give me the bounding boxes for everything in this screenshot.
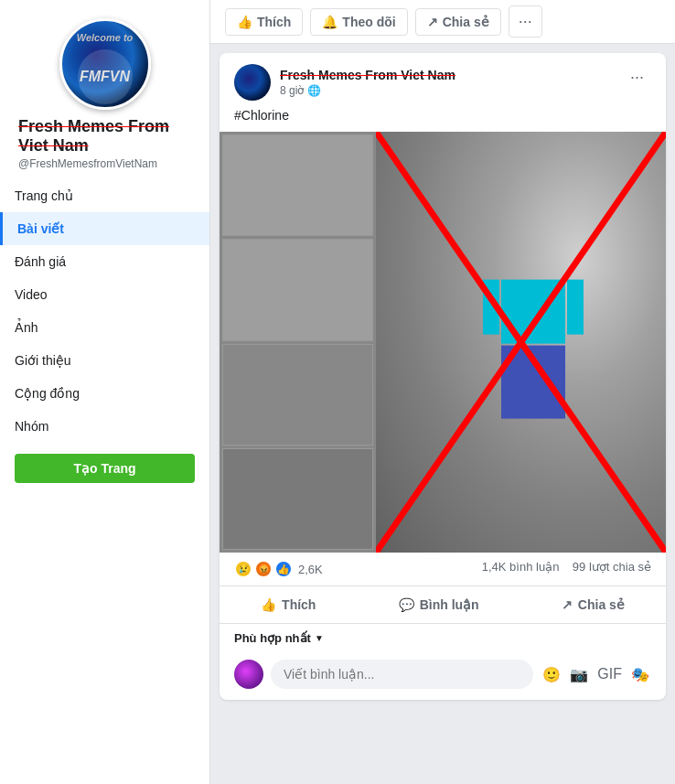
comment-input[interactable]: [271, 660, 533, 689]
welcome-text: Welcome to: [77, 32, 134, 44]
post-author-info: Fresh Memes From Viet Nam 8 giờ 🌐: [280, 68, 455, 97]
logo-text: FMFVN: [80, 69, 130, 85]
emoji-icon-button[interactable]: 🙂: [541, 664, 562, 685]
like-emoji: 👍: [274, 560, 293, 578]
post-header-left: Fresh Memes From Viet Nam 8 giờ 🌐: [234, 64, 455, 101]
fmfvn-logo: FMFVN: [78, 49, 133, 104]
comment-sort[interactable]: Phù hợp nhất ▼: [220, 624, 666, 652]
commenter-avatar: [234, 660, 263, 689]
follow-icon: 🔔: [322, 15, 338, 29]
post-actions: 👍 Thích 💬 Bình luận ↗ Chia sẻ: [220, 586, 666, 624]
post-image-container: [220, 132, 666, 553]
sidebar-item-community[interactable]: Cộng đồng: [0, 377, 209, 410]
like-action-icon: 👍: [261, 597, 276, 612]
reaction-count: 2,6K: [298, 563, 323, 576]
comment-action-icon: 💬: [399, 597, 414, 612]
page-username: @FreshMemesfromVietNam: [9, 157, 200, 170]
sidebar-item-video[interactable]: Video: [0, 278, 209, 311]
post-more-button[interactable]: ···: [623, 64, 651, 91]
comment-button[interactable]: 💬 Bình luận: [380, 590, 498, 619]
comment-input-row: 🙂 📷 GIF 🎭: [220, 652, 666, 700]
comment-icons: 🙂 📷 GIF 🎭: [541, 664, 651, 685]
thumb-3: [222, 344, 373, 446]
reaction-emojis: 😢 😡 👍 2,6K: [234, 560, 323, 578]
follow-button[interactable]: 🔔 Theo dõi: [310, 8, 407, 36]
post-author-avatar: [234, 64, 271, 101]
post-card: Fresh Memes From Viet Nam 8 giờ 🌐 ··· #C…: [220, 53, 666, 700]
comments-shares-count: 1,4K bình luận 99 lượt chia sẻ: [482, 560, 651, 578]
sidebar-item-reviews[interactable]: Đánh giá: [0, 245, 209, 278]
post-hashtag: #Chlorine: [220, 108, 666, 132]
post-main-image: [376, 132, 666, 553]
globe-icon: 🌐: [307, 84, 321, 97]
sad-emoji: 😢: [234, 560, 252, 578]
share-page-button[interactable]: ↗ Chia sẻ: [415, 8, 501, 36]
comments-count: 1,4K bình luận: [482, 560, 560, 574]
angry-emoji: 😡: [254, 560, 273, 578]
thumb-1: [222, 134, 373, 236]
gif-icon-button[interactable]: GIF: [595, 664, 624, 684]
more-options-button[interactable]: ···: [509, 5, 542, 38]
share-button[interactable]: ↗ Chia sẻ: [543, 590, 643, 619]
image-collage-left: [220, 132, 376, 553]
sidebar-item-groups[interactable]: Nhóm: [0, 410, 209, 443]
sidebar-item-photos[interactable]: Ảnh: [0, 311, 209, 344]
post-header: Fresh Memes From Viet Nam 8 giờ 🌐 ···: [220, 53, 666, 108]
post-meta: 8 giờ 🌐: [280, 84, 455, 97]
minecraft-character: [501, 280, 565, 419]
sort-chevron-icon: ▼: [315, 633, 324, 643]
sidebar: Welcome to FMFVN Fresh Memes From Viet N…: [0, 0, 210, 784]
top-bar: 👍 Thích 🔔 Theo dõi ↗ Chia sẻ ···: [210, 0, 675, 44]
create-page-button[interactable]: Tạo Trang: [15, 454, 195, 483]
photo-icon-button[interactable]: 📷: [568, 664, 590, 685]
like-page-button[interactable]: 👍 Thích: [225, 8, 303, 36]
profile-avatar: Welcome to FMFVN: [59, 18, 151, 110]
post-image-area[interactable]: [220, 132, 666, 553]
thumbs-up-icon: 👍: [237, 15, 252, 29]
sticker-icon-button[interactable]: 🎭: [629, 664, 651, 685]
sidebar-item-posts[interactable]: Bài viết: [0, 212, 209, 245]
sidebar-item-about[interactable]: Giới thiệu: [0, 344, 209, 377]
main-content: 👍 Thích 🔔 Theo dõi ↗ Chia sẻ ··· Fresh M…: [210, 0, 675, 784]
share-action-icon: ↗: [562, 597, 573, 612]
sidebar-item-home[interactable]: Trang chủ: [0, 179, 209, 212]
post-author-name[interactable]: Fresh Memes From Viet Nam: [280, 68, 455, 82]
minecraft-torso: [501, 280, 565, 344]
minecraft-arm-right: [567, 280, 584, 335]
minecraft-lower-body: [501, 346, 565, 419]
sidebar-nav: Trang chủ Bài viết Đánh giá Video Ảnh Gi…: [0, 179, 209, 443]
post-reactions-row: 😢 😡 👍 2,6K 1,4K bình luận 99 lượt chia s…: [220, 553, 666, 586]
sidebar-profile: Welcome to FMFVN Fresh Memes From Viet N…: [0, 9, 209, 170]
minecraft-arm-left: [483, 280, 499, 335]
like-button[interactable]: 👍 Thích: [242, 590, 334, 619]
page-name[interactable]: Fresh Memes From Viet Nam: [9, 117, 200, 156]
thumb-4: [222, 448, 373, 550]
thumb-2: [222, 239, 373, 340]
share-icon: ↗: [427, 15, 438, 29]
shares-count: 99 lượt chia sẻ: [573, 560, 651, 574]
